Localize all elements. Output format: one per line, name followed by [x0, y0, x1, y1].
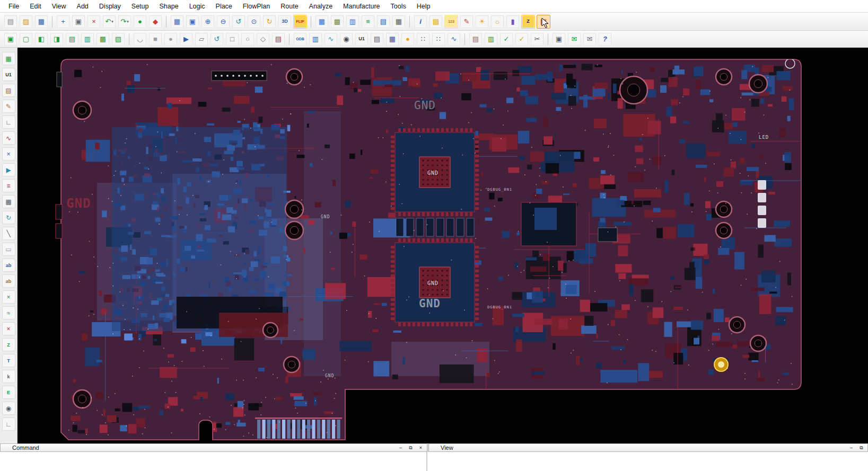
arc-tool-icon[interactable]: ◡: [133, 32, 147, 46]
slide-icon[interactable]: ▶: [2, 163, 15, 176]
copy-window-icon[interactable]: ▣: [552, 32, 566, 46]
delete-shape-icon[interactable]: ▤: [271, 32, 285, 46]
view-panel-titlebar[interactable]: View – ⧉: [428, 443, 868, 452]
move-icon[interactable]: +: [56, 15, 70, 29]
menu-edit[interactable]: Edit: [24, 1, 47, 12]
td-coin-icon[interactable]: ●: [401, 32, 415, 46]
text-add-icon[interactable]: ab: [2, 259, 15, 272]
command-panel-titlebar[interactable]: Command – ⧉ ×: [0, 443, 427, 452]
net-delete-icon[interactable]: ×: [2, 322, 15, 335]
mail-icon[interactable]: ✉: [583, 32, 597, 46]
menu-logic[interactable]: Logic: [184, 1, 211, 12]
menu-route[interactable]: Route: [275, 1, 303, 12]
zoom-out-icon[interactable]: ⊖: [216, 15, 230, 29]
open-folder-icon[interactable]: ▨: [19, 15, 33, 29]
outline-tool-icon[interactable]: ◧: [34, 32, 48, 46]
etch-edit-icon[interactable]: ✎: [2, 100, 15, 113]
shape-edit-tool-icon[interactable]: ▱: [195, 32, 208, 46]
properties-icon[interactable]: ▤: [429, 15, 443, 29]
matrix-icon[interactable]: ▦: [2, 195, 15, 208]
redo-dropdown-icon[interactable]: ▾: [127, 20, 129, 23]
constraint-manager-icon[interactable]: ▦: [392, 15, 406, 29]
undo-dropdown-icon[interactable]: ▾: [111, 20, 113, 23]
keepin-tool-icon[interactable]: ◨: [50, 32, 64, 46]
copy-icon[interactable]: ▣: [72, 15, 85, 29]
redraw-icon[interactable]: ↻: [262, 15, 276, 29]
via-add-icon[interactable]: ◉: [2, 402, 15, 415]
menu-flowplan[interactable]: FlowPlan: [238, 1, 275, 12]
circle-outline-tool-icon[interactable]: ○: [241, 32, 255, 46]
refdes-toggle-icon[interactable]: U1: [355, 32, 369, 46]
net-schedule-icon[interactable]: ×: [2, 290, 15, 304]
minimize-button[interactable]: –: [397, 445, 405, 451]
layer-visibility-icon[interactable]: ▥: [346, 15, 360, 29]
zoom-fit-icon[interactable]: ▣: [186, 15, 199, 29]
restore-button[interactable]: ⧉: [857, 445, 865, 451]
replay-icon[interactable]: ↻: [2, 211, 15, 224]
close-button[interactable]: ×: [417, 445, 425, 451]
text-edit-icon[interactable]: ab: [2, 274, 15, 288]
menu-help[interactable]: Help: [411, 1, 436, 12]
menu-analyze[interactable]: Analyze: [304, 1, 338, 12]
clipboard-icon[interactable]: ▤: [469, 32, 483, 46]
route-signal-icon[interactable]: ∿: [2, 131, 15, 145]
mail-send-icon[interactable]: ✉: [567, 32, 581, 46]
histogram-icon[interactable]: ▮: [506, 15, 520, 29]
pcb-canvas[interactable]: GNDGNDGNDGNDGNDLEDDGBUG_0N1DGBUG_0N1GNDG…: [17, 48, 868, 443]
spread-icon[interactable]: k: [2, 370, 15, 383]
delete-icon[interactable]: ×: [87, 15, 101, 29]
flip-design-icon[interactable]: FLIP: [293, 15, 307, 29]
select-tool-icon[interactable]: ▶: [179, 32, 193, 46]
undo-icon[interactable]: ↶▾: [102, 15, 116, 29]
odb-export-icon[interactable]: ODB: [293, 32, 307, 46]
polygon-tool-icon[interactable]: ◇: [256, 32, 270, 46]
zoom-selection-icon[interactable]: ⊙: [247, 15, 261, 29]
grid-on-icon[interactable]: ▣: [4, 32, 17, 46]
menu-setup[interactable]: Setup: [126, 1, 154, 12]
hourglass-icon[interactable]: Z: [521, 15, 535, 29]
line-tool-icon[interactable]: ╲: [2, 227, 15, 240]
route-z-icon[interactable]: Z: [2, 338, 15, 351]
corner-icon[interactable]: ∟: [2, 115, 15, 129]
rect-tool-icon[interactable]: ▭: [2, 243, 15, 256]
plane-tool-icon[interactable]: ▦: [96, 32, 110, 46]
tune-icon[interactable]: T: [2, 354, 15, 367]
view-3d-icon[interactable]: 3D: [278, 15, 292, 29]
check-design-icon[interactable]: ✓: [499, 32, 513, 46]
shadow-off-icon[interactable]: ☼: [490, 15, 504, 29]
board-geometry-icon[interactable]: ▧: [111, 32, 125, 46]
zoom-points-icon[interactable]: ▦: [170, 15, 184, 29]
menu-add[interactable]: Add: [72, 1, 94, 12]
rect-outline-tool-icon[interactable]: □: [225, 32, 239, 46]
zoom-in-icon[interactable]: ⊕: [201, 15, 215, 29]
netlist-icon[interactable]: ≡: [2, 179, 15, 192]
cut-icon[interactable]: ✂: [530, 32, 544, 46]
design-board-icon[interactable]: ▦: [2, 52, 15, 65]
menu-place[interactable]: Place: [211, 1, 238, 12]
ripup-icon[interactable]: ×: [2, 147, 15, 161]
footprint-icon[interactable]: ▤: [2, 84, 15, 97]
help-icon[interactable]: ?: [598, 32, 612, 46]
minimize-button[interactable]: –: [847, 445, 855, 451]
menu-tools[interactable]: Tools: [385, 1, 411, 12]
menu-shape[interactable]: Shape: [154, 1, 184, 12]
menu-file[interactable]: File: [3, 1, 24, 12]
color-dialog-icon[interactable]: ▩: [330, 15, 344, 29]
info-icon[interactable]: i: [414, 15, 427, 29]
measure-tool-icon[interactable]: ∟: [2, 417, 15, 431]
measure-icon[interactable]: 123: [444, 15, 458, 29]
grid-toggle-icon[interactable]: ▦: [315, 15, 329, 29]
menu-view[interactable]: View: [47, 1, 72, 12]
report-icon[interactable]: ▤: [370, 32, 384, 46]
library-icon[interactable]: ▥: [484, 32, 498, 46]
via-array-icon[interactable]: ∷: [432, 32, 445, 46]
redo-icon[interactable]: ↷▾: [118, 15, 131, 29]
rotate-tool-icon[interactable]: ↺: [210, 32, 224, 46]
pin-icon[interactable]: ◆: [148, 15, 162, 29]
keepout-tool-icon[interactable]: ▤: [65, 32, 79, 46]
stack-up-icon[interactable]: ≡: [361, 15, 375, 29]
snapshot-icon[interactable]: ◉: [339, 32, 353, 46]
cross-section-icon[interactable]: ▤: [376, 15, 390, 29]
place-auto-icon[interactable]: ∿: [324, 32, 338, 46]
grid-dots-icon[interactable]: ▢: [19, 32, 33, 46]
